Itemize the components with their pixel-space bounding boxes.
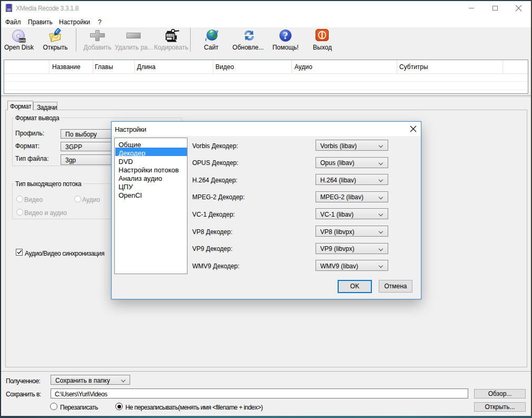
svg-text:DVD: DVD xyxy=(19,39,25,42)
svg-text:?: ? xyxy=(283,30,288,41)
